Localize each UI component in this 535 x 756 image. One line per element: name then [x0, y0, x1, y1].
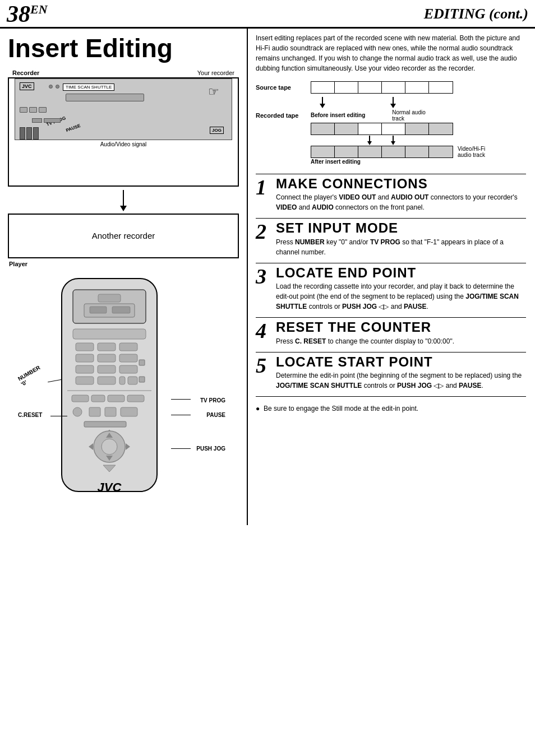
slider-bar — [66, 94, 144, 101]
step-5-number: 5 — [256, 355, 271, 376]
rec-arrow-2 — [381, 136, 405, 145]
step-3: 3 LOCATE END POINT Load the recording ca… — [256, 263, 526, 312]
svg-rect-15 — [119, 365, 137, 373]
after-insert-row: Video/Hi-Fiaudio track — [256, 146, 526, 158]
svg-rect-13 — [76, 365, 94, 373]
svg-rect-30 — [121, 407, 137, 416]
svg-point-27 — [73, 407, 82, 416]
recorded-top-track — [311, 123, 453, 135]
push-jog-line — [171, 448, 191, 449]
after-insert-track — [311, 146, 453, 158]
step-4-number: 4 — [256, 320, 271, 341]
svg-rect-17 — [98, 377, 116, 384]
svg-rect-20 — [139, 360, 145, 365]
svg-rect-21 — [139, 377, 145, 382]
step-3-title: LOCATE END POINT — [276, 266, 526, 280]
page-section-title: EDITING (cont.) — [424, 6, 528, 22]
video-hifi-label: Video/Hi-Fiaudio track — [458, 146, 485, 158]
step-5-content: LOCATE START POINT Determine the edit-in… — [276, 355, 526, 391]
jvc-logo: JVC — [20, 82, 34, 90]
recorder-label-row: Recorder Your recorder — [8, 68, 239, 77]
svg-rect-10 — [76, 354, 94, 362]
c-reset-label: C.RESET — [18, 412, 42, 418]
remote-svg: JVC — [56, 273, 168, 508]
svg-rect-23 — [72, 395, 89, 402]
tape-arrow-1 — [311, 97, 334, 108]
tape-arrows-row — [256, 97, 526, 108]
source-tape-track — [311, 81, 453, 94]
tape-diagram: Source tape — [256, 81, 526, 165]
svg-rect-24 — [91, 395, 105, 402]
before-insert-label: Before insert editing — [311, 112, 365, 118]
remote-diagram-area: JVC C.RESET NUMBER '0' TV PROG PAUSE — [17, 273, 230, 520]
audio-video-label: Audio/Video signal — [9, 140, 238, 149]
svg-rect-19 — [128, 377, 137, 384]
step-4-title: RESET THE COUNTER — [276, 320, 526, 335]
recorded-tape-section: Recorded tape Before insert editing Norm… — [256, 109, 526, 165]
svg-rect-16 — [76, 377, 94, 384]
step-5-header: 5 LOCATE START POINT Determine the edit-… — [256, 355, 526, 391]
step-5-body: Determine the edit-in point (the beginni… — [276, 370, 526, 391]
before-insert-label-container: Before insert editing — [311, 112, 365, 119]
recorder-dots — [49, 85, 59, 89]
step-2-number: 2 — [256, 221, 271, 242]
time-scan-label: TIME SCAN SHUTTLE — [63, 84, 114, 91]
jog-box: JOG — [210, 127, 224, 134]
step-1-body: Connect the player's VIDEO OUT and AUDIO… — [276, 192, 526, 212]
svg-rect-28 — [89, 407, 100, 416]
svg-text:JVC: JVC — [98, 480, 122, 494]
intro-text: Insert editing replaces part of the reco… — [256, 33, 526, 73]
svg-rect-18 — [119, 377, 125, 384]
step-3-body: Load the recording cassette into your re… — [276, 281, 526, 312]
svg-rect-6 — [73, 329, 146, 339]
recorded-inner-arrow-row — [311, 136, 452, 145]
pause-diagram: PAUSE — [65, 123, 81, 133]
bullet-note-section: Be sure to engage the Still mode at the … — [256, 396, 526, 414]
another-recorder-text: Another recorder — [92, 231, 155, 240]
svg-rect-25 — [108, 395, 124, 402]
number-0-label: NUMBER '0' — [17, 364, 44, 387]
remote-container: JVC C.RESET NUMBER '0' TV PROG PAUSE — [8, 273, 239, 520]
connectors-left — [20, 127, 39, 140]
connection-arrow — [8, 190, 239, 211]
step-1-header: 1 MAKE CONNECTIONS Connect the player's … — [256, 177, 526, 212]
step-2-content: SET INPUT MODE Press NUMBER key "0" and/… — [276, 221, 526, 257]
step-4-body: Press C. RESET to change the counter dis… — [276, 336, 526, 346]
svg-rect-2 — [98, 294, 121, 302]
step-5: 5 LOCATE START POINT Determine the edit-… — [256, 352, 526, 391]
tv-prog-label: TV PROG — [200, 397, 225, 403]
after-insert-label: After insert editing — [311, 159, 361, 165]
svg-rect-7 — [76, 343, 94, 351]
svg-rect-31 — [84, 421, 126, 427]
c-reset-line — [50, 416, 67, 416]
normal-audio-label: Normal audiotrack — [392, 109, 425, 122]
svg-rect-5 — [112, 307, 130, 313]
step-1: 1 MAKE CONNECTIONS Connect the player's … — [256, 174, 526, 212]
your-recorder-label: Your recorder — [197, 69, 234, 76]
step-2-body: Press NUMBER key "0" and/or TV PROG so t… — [276, 237, 526, 257]
source-tape-label: Source tape — [256, 84, 306, 91]
svg-rect-12 — [119, 354, 137, 362]
step-1-number: 1 — [256, 177, 271, 198]
step-4: 4 RESET THE COUNTER Press C. RESET to ch… — [256, 317, 526, 346]
step-3-header: 3 LOCATE END POINT Load the recording ca… — [256, 266, 526, 312]
right-column: Insert editing replaces part of the reco… — [247, 29, 535, 525]
recorder-diagram: JVC TIME SCAN SHUTTLE — [8, 77, 239, 187]
step-5-title: LOCATE START POINT — [276, 355, 526, 369]
svg-rect-11 — [98, 354, 116, 362]
section-title: Insert Editing — [8, 34, 239, 63]
page-number: 38EN — [7, 2, 48, 26]
svg-rect-4 — [90, 307, 107, 313]
step-1-title: MAKE CONNECTIONS — [276, 177, 526, 191]
small-rects — [32, 118, 61, 123]
tape-arrow-2 — [381, 97, 405, 108]
bullet-note: Be sure to engage the Still mode at the … — [256, 403, 526, 414]
step-3-content: LOCATE END POINT Load the recording cass… — [276, 266, 526, 312]
svg-rect-26 — [127, 395, 144, 402]
step-4-content: RESET THE COUNTER Press C. RESET to chan… — [276, 320, 526, 346]
small-controls — [20, 107, 47, 113]
left-column: Insert Editing Recorder Your recorder JV… — [0, 29, 247, 525]
source-tape-row: Source tape — [256, 81, 526, 94]
pause-line — [171, 415, 191, 415]
after-insert-label-row: After insert editing — [256, 159, 526, 165]
